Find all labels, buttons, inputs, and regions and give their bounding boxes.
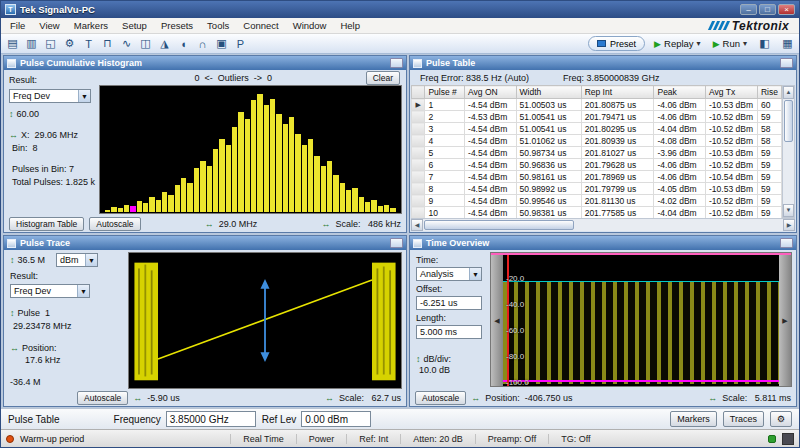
histogram-autoscale-button[interactable]: Autoscale: [89, 217, 140, 231]
vertical-scroll-track[interactable]: [783, 99, 794, 204]
pulse-table-titlebar[interactable]: Pulse Table: [410, 56, 796, 70]
overview-autoscale-button[interactable]: Autoscale: [415, 391, 466, 405]
spectrum-icon[interactable]: ◮: [156, 36, 173, 52]
replay-button[interactable]: ▶ Replay ▾: [651, 38, 704, 49]
column-header-pulse-[interactable]: Pulse #: [425, 86, 465, 99]
time-select[interactable]: Analysis ▼: [416, 267, 482, 281]
table-row[interactable]: 9-4.54 dBm50.99546 us201.81130 us-4.02 d…: [412, 195, 782, 207]
length-input[interactable]: 5.000 ms: [416, 325, 482, 339]
column-header-avg-tx[interactable]: Avg Tx: [706, 86, 758, 99]
trace-y-max-value[interactable]: 36.5 M: [18, 255, 46, 265]
horizontal-scroll-thumb[interactable]: [424, 220, 574, 230]
row-selector[interactable]: [412, 135, 425, 147]
menu-item-window[interactable]: Window: [286, 20, 334, 31]
menu-item-file[interactable]: File: [3, 20, 32, 31]
display-icon[interactable]: ◱: [42, 36, 59, 52]
histogram-icon[interactable]: ◫: [137, 36, 154, 52]
title-bar[interactable]: T Tek SignalVu-PC – □ ×: [1, 1, 799, 18]
ref-level-input[interactable]: 0.00 dBm: [301, 411, 371, 427]
speaker-icon[interactable]: ◖: [175, 36, 192, 52]
y-max-adjuster[interactable]: ↕ 60.00: [9, 109, 97, 119]
selected-display-label[interactable]: Pulse Table: [8, 414, 60, 425]
pan-handle-left[interactable]: ◀: [491, 255, 503, 386]
close-button[interactable]: ×: [778, 4, 795, 15]
histogram-plot[interactable]: [99, 85, 402, 214]
table-row[interactable]: 8-4.54 dBm50.98992 us201.79799 us-4.05 d…: [412, 183, 782, 195]
pulse-trace-minimize-button[interactable]: [390, 238, 403, 248]
markers-button[interactable]: Markers: [670, 411, 717, 427]
row-selector[interactable]: [412, 159, 425, 171]
menu-item-setup[interactable]: Setup: [115, 20, 154, 31]
horizontal-scroll-track[interactable]: [423, 219, 783, 231]
minimize-button[interactable]: –: [740, 4, 757, 15]
time-overview-plot[interactable]: ◀ ▶ -20.0-40.0-60.0-80.0-100.0: [490, 252, 792, 387]
scroll-left-icon[interactable]: ◀: [411, 219, 423, 231]
row-selector[interactable]: [412, 111, 425, 123]
scroll-right-icon[interactable]: ▶: [783, 219, 795, 231]
horizontal-scrollbar[interactable]: ◀ ▶: [411, 218, 795, 231]
display-layout-icon[interactable]: ◧: [756, 36, 773, 52]
row-selector[interactable]: [412, 171, 425, 183]
preset-button[interactable]: Preset: [588, 36, 645, 51]
chevron-down-icon[interactable]: ▼: [85, 254, 97, 266]
histogram-minimize-button[interactable]: [390, 58, 403, 68]
vertical-scroll-thumb[interactable]: [784, 100, 793, 142]
window-grid-icon[interactable]: ▦: [779, 36, 796, 52]
table-row[interactable]: 7-4.54 dBm50.98161 us201.78969 us-4.06 d…: [412, 171, 782, 183]
column-header-rise[interactable]: Rise: [757, 86, 781, 99]
histogram-table-button[interactable]: Histogram Table: [9, 217, 84, 231]
frequency-input[interactable]: 3.85000 GHz: [166, 411, 256, 427]
pulse-trace-titlebar[interactable]: Pulse Trace: [4, 236, 406, 250]
maximize-button[interactable]: □: [759, 4, 776, 15]
p-marker-icon[interactable]: P: [232, 36, 249, 52]
trace-autoscale-button[interactable]: Autoscale: [77, 391, 128, 405]
chevron-down-icon[interactable]: ▼: [78, 90, 90, 102]
trace-result-select[interactable]: Freq Dev ▼: [10, 284, 90, 298]
menu-item-markers[interactable]: Markers: [67, 20, 115, 31]
menu-item-presets[interactable]: Presets: [154, 20, 200, 31]
audio-icon[interactable]: ∩: [194, 36, 211, 52]
pulse-selector[interactable]: ↕ Pulse 1: [10, 308, 125, 318]
resize-grip[interactable]: [782, 433, 794, 445]
pulse-measurement-icon[interactable]: ⊓: [99, 36, 116, 52]
row-selector[interactable]: ▶: [412, 99, 425, 111]
offset-input[interactable]: -6.251 us: [416, 296, 482, 310]
histogram-panel-titlebar[interactable]: Pulse Cumulative Histogram: [4, 56, 406, 70]
pan-handle-right[interactable]: ▶: [779, 255, 791, 386]
units-select[interactable]: dBm ▼: [56, 253, 98, 267]
row-selector[interactable]: [412, 183, 425, 195]
table-row[interactable]: ▶1-4.54 dBm51.00503 us201.80875 us-4.06 …: [412, 99, 782, 111]
time-overview-minimize-button[interactable]: [780, 238, 793, 248]
scroll-up-icon[interactable]: ▲: [783, 86, 794, 99]
table-row[interactable]: 6-4.54 dBm50.96836 us201.79628 us-4.06 d…: [412, 159, 782, 171]
trace-y-min-value[interactable]: -36.4 M: [10, 377, 125, 387]
column-header-peak[interactable]: Peak: [654, 86, 706, 99]
menu-item-tools[interactable]: Tools: [200, 20, 236, 31]
menu-item-connect[interactable]: Connect: [236, 20, 285, 31]
table-row[interactable]: 5-4.54 dBm50.98734 us201.81027 us-3.96 d…: [412, 147, 782, 159]
table-row[interactable]: 3-4.54 dBm51.00541 us201.80295 us-4.04 d…: [412, 123, 782, 135]
position-adjuster[interactable]: ↔ Position:: [10, 343, 125, 353]
run-button[interactable]: ▶ Run ▾: [710, 38, 750, 49]
dbdiv-adjuster[interactable]: ↕ dB/div:: [416, 354, 487, 364]
picture-icon[interactable]: ▣: [213, 36, 230, 52]
clear-button[interactable]: Clear: [366, 71, 400, 85]
waveform-icon[interactable]: ∿: [118, 36, 135, 52]
menu-item-help[interactable]: Help: [333, 20, 367, 31]
column-header-avg-on[interactable]: Avg ON: [465, 86, 517, 99]
table-row[interactable]: 2-4.53 dBm51.00541 us201.79471 us-4.06 d…: [412, 111, 782, 123]
settings-gear-icon[interactable]: ⚙: [61, 36, 78, 52]
row-selector[interactable]: [412, 147, 425, 159]
table-row[interactable]: 4-4.54 dBm51.01062 us201.80939 us-4.08 d…: [412, 135, 782, 147]
trigger-icon[interactable]: T: [80, 36, 97, 52]
open-icon[interactable]: ▤: [4, 36, 21, 52]
row-selector[interactable]: [412, 195, 425, 207]
scroll-down-icon[interactable]: ▼: [783, 204, 794, 217]
column-header-width[interactable]: Width: [516, 86, 581, 99]
x-readout-adjuster[interactable]: ↔ X: 29.06 MHz: [9, 130, 97, 140]
row-selector[interactable]: [412, 123, 425, 135]
save-icon[interactable]: ▥: [23, 36, 40, 52]
table-row[interactable]: 10-4.54 dBm50.98381 us201.77585 us-4.04 …: [412, 207, 782, 219]
result-select[interactable]: Freq Dev ▼: [9, 89, 91, 103]
vertical-scrollbar[interactable]: ▲ ▼: [782, 85, 795, 218]
